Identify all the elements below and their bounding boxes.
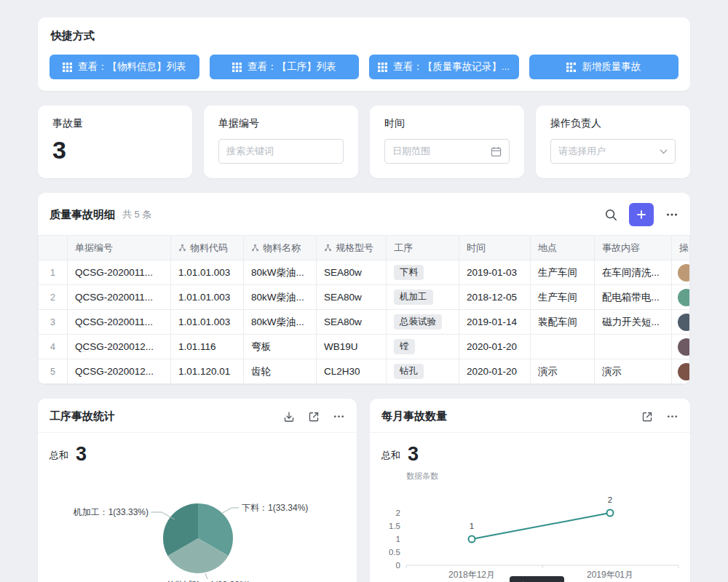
monthly-accident-line-card: 每月事故数量 总和 3 数据条数 2 1.5 1 0.5: [370, 399, 690, 582]
operator-select[interactable]: 请选择用户: [550, 139, 676, 164]
x-tick: 2018年12月: [448, 570, 495, 580]
y-tick: 1.5: [389, 522, 400, 530]
view-material-list-button[interactable]: 查看：【物料信息】列表: [50, 55, 199, 79]
pie-total-row: 总和 3: [38, 433, 357, 464]
col-time: 时间: [459, 236, 531, 260]
accident-count-card: 事故量 3: [38, 105, 192, 178]
pie-total-value: 3: [76, 445, 87, 464]
col-material-name: 物料名称: [244, 236, 317, 260]
line-total-row: 总和 3: [370, 433, 690, 464]
line-total-label: 总和: [381, 449, 400, 464]
plus-icon: [636, 209, 647, 220]
process-tag: 镗: [394, 339, 415, 354]
table-row[interactable]: 1 QCSG-2020011... 1.01.01.003 80kW柴油... …: [39, 260, 690, 285]
col-material-code: 物料代码: [171, 236, 244, 260]
filter-row: 事故量 3 单据编号 搜索关键词 时间 日期范围 操作负责人 请选择用户: [38, 105, 690, 178]
open-fullscreen-icon[interactable]: [308, 411, 320, 423]
table-search-button[interactable]: [604, 208, 617, 221]
y-tick: 2: [396, 509, 400, 517]
button-label: 新增质量事故: [582, 60, 641, 73]
line-series: [472, 513, 610, 539]
col-process: 工序: [387, 236, 459, 260]
y-tick: 0: [396, 561, 400, 570]
charts-row: 工序事故统计 总和 3: [38, 399, 690, 582]
operator-filter-label: 操作负责人: [550, 117, 676, 130]
table-record-count: 共 5 条: [122, 208, 151, 221]
lookup-field-icon: [324, 244, 332, 252]
add-quality-accident-button[interactable]: 新增质量事故: [529, 55, 679, 79]
open-fullscreen-icon[interactable]: [641, 411, 653, 423]
view-process-list-button[interactable]: 查看：【工序】列表: [210, 55, 360, 79]
process-tag: 下料: [394, 265, 424, 280]
add-record-button[interactable]: [629, 203, 654, 226]
y-tick: 1: [396, 535, 400, 543]
export-image-icon[interactable]: [283, 411, 295, 423]
data-label: 1: [470, 522, 474, 530]
col-spec: 规格型号: [317, 236, 387, 260]
y-tick: 0.5: [389, 548, 400, 557]
operator-placeholder: 请选择用户: [558, 145, 606, 158]
avatar: [678, 264, 690, 282]
shortcuts-button-row: 查看：【物料信息】列表 查看：【工序】列表 查看：【质量事故记录】... 新增质…: [50, 55, 678, 79]
accident-count-value: 3: [52, 137, 178, 162]
time-filter-label: 时间: [384, 117, 510, 130]
x-axis-title-tooltip: 时间（月）: [510, 576, 564, 582]
quality-accident-table: 单据编号 物料代码 物料名称 规格型号 工序 时间 地点 事故内容 操: [38, 235, 690, 384]
time-filter-card: 时间 日期范围: [370, 105, 524, 178]
table-row[interactable]: 2 QCSG-2020011... 1.01.01.003 80kW柴油... …: [39, 285, 690, 310]
doc-number-placeholder: 搜索关键词: [226, 145, 274, 158]
button-label: 查看：【质量事故记录】...: [393, 60, 510, 73]
more-icon[interactable]: [333, 410, 345, 423]
data-point: [607, 510, 614, 517]
grid-icon: [378, 63, 387, 72]
view-quality-record-list-button[interactable]: 查看：【质量事故记录】...: [369, 55, 519, 79]
pie-label-xialiao: 下料：1(33.34%): [242, 503, 308, 513]
chevron-down-icon: [660, 149, 668, 154]
data-point: [469, 536, 475, 543]
line-chart: 数据条数 2 1.5 1 0.5 0 1 2 2018年12月 2019年01月: [370, 469, 690, 582]
doc-number-label: 单据编号: [218, 117, 344, 130]
shortcuts-title: 快捷方式: [50, 29, 678, 43]
process-accident-pie-card: 工序事故统计 总和 3: [38, 399, 357, 582]
table-row[interactable]: 3 QCSG-2020011... 1.01.01.003 80kW柴油... …: [39, 310, 690, 335]
process-tag: 机加工: [394, 290, 433, 305]
process-tag: 总装试验: [394, 314, 442, 330]
grid-icon: [63, 63, 72, 72]
accident-count-label: 事故量: [52, 117, 178, 130]
lookup-field-icon: [178, 244, 186, 252]
doc-number-search-input[interactable]: 搜索关键词: [218, 139, 344, 164]
x-tick: 2019年01月: [587, 570, 633, 580]
grid-icon: [232, 63, 242, 72]
avatar: [678, 289, 690, 306]
col-operator: 操: [672, 236, 690, 260]
pie-total-label: 总和: [50, 449, 68, 464]
pie-card-header: 工序事故统计: [38, 399, 357, 433]
avatar: [678, 363, 690, 380]
button-label: 查看：【工序】列表: [248, 60, 336, 73]
col-place: 地点: [531, 236, 595, 260]
col-content: 事故内容: [595, 236, 672, 260]
col-index: [39, 236, 68, 260]
dashboard-page: 快捷方式 查看：【物料信息】列表 查看：【工序】列表 查看：【质量事故记录】..…: [0, 0, 728, 582]
date-range-placeholder: 日期范围: [392, 145, 430, 158]
table-header-bar: 质量事故明细 共 5 条: [38, 203, 690, 235]
lookup-field-icon: [251, 244, 259, 252]
date-range-input[interactable]: 日期范围: [384, 139, 510, 164]
quality-accident-table-card: 质量事故明细 共 5 条 单据编号: [38, 193, 690, 384]
button-label: 查看：【物料信息】列表: [78, 60, 186, 73]
table-header-row: 单据编号 物料代码 物料名称 规格型号 工序 时间 地点 事故内容 操: [39, 236, 690, 260]
table-row[interactable]: 5 QCSG-2020012... 1.01.120.01 齿轮 CL2H30 …: [39, 359, 690, 384]
doc-number-filter-card: 单据编号 搜索关键词: [204, 105, 358, 178]
process-tag: 钻孔: [394, 364, 424, 379]
grid-icon: [566, 63, 576, 72]
table-row[interactable]: 4 QCSG-2020012... 1.01.116 弯板 WB19U 镗 20…: [39, 335, 690, 359]
data-label: 2: [608, 495, 612, 504]
y-axis-title: 数据条数: [406, 471, 438, 480]
calendar-icon: [491, 146, 502, 157]
col-doc-number: 单据编号: [68, 236, 171, 260]
more-icon[interactable]: [666, 410, 678, 423]
table-more-button[interactable]: [665, 208, 678, 221]
pie-chart-title: 工序事故统计: [50, 410, 283, 423]
avatar: [678, 314, 690, 331]
avatar: [678, 338, 690, 356]
